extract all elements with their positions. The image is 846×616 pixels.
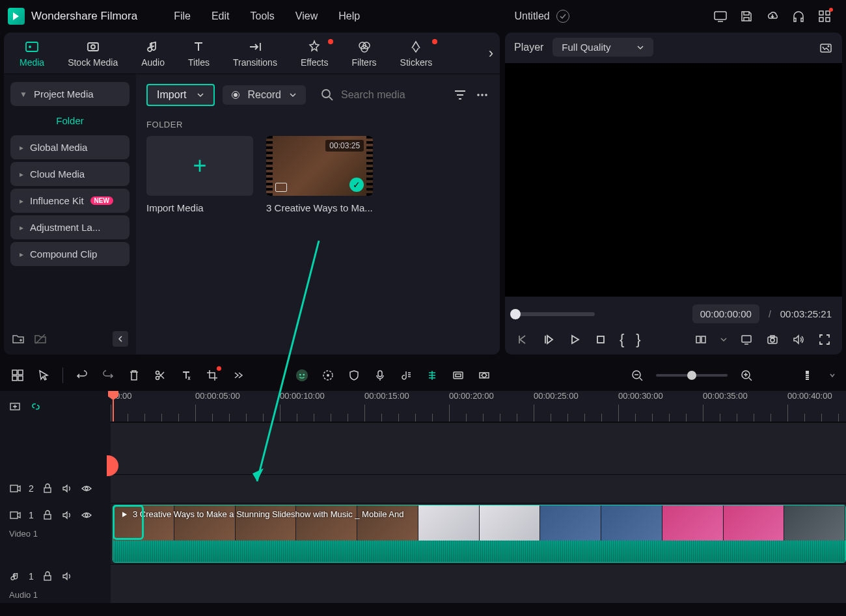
menu-edit[interactable]: Edit bbox=[201, 7, 240, 26]
save-icon[interactable] bbox=[739, 9, 754, 23]
mute-icon[interactable] bbox=[61, 509, 73, 521]
apps-grid-icon[interactable] bbox=[817, 9, 832, 23]
more-icon[interactable] bbox=[475, 88, 489, 102]
headphones-icon[interactable] bbox=[791, 9, 806, 23]
track-video2[interactable] bbox=[111, 474, 846, 503]
timeline-clip[interactable]: 3 Creative Ways to Make a Stunning Slide… bbox=[113, 505, 846, 563]
import-media-card[interactable]: + Import Media bbox=[146, 136, 253, 213]
playhead-handle[interactable] bbox=[107, 455, 118, 476]
shield-icon[interactable] bbox=[347, 368, 361, 382]
record-button[interactable]: Record bbox=[223, 85, 306, 105]
chevron-down-icon[interactable] bbox=[720, 336, 728, 343]
tab-filters[interactable]: Filters bbox=[340, 35, 388, 72]
step-forward-icon[interactable] bbox=[541, 332, 556, 347]
split-icon[interactable] bbox=[153, 368, 167, 382]
sidebar-cloud-media[interactable]: ▸ Cloud Media bbox=[10, 162, 130, 186]
tab-stickers[interactable]: Stickers bbox=[389, 35, 444, 72]
lock-icon[interactable] bbox=[42, 509, 53, 521]
chevron-down-icon[interactable] bbox=[829, 372, 836, 379]
tab-transitions[interactable]: Transitions bbox=[221, 35, 289, 72]
svg-point-7 bbox=[29, 46, 31, 48]
folder-off-icon[interactable] bbox=[34, 332, 47, 345]
compare-icon[interactable] bbox=[694, 332, 708, 347]
play-icon[interactable] bbox=[567, 332, 582, 347]
tabs-scroll-right-icon[interactable]: › bbox=[489, 45, 493, 62]
new-folder-icon[interactable] bbox=[12, 332, 25, 345]
tab-media[interactable]: Media bbox=[8, 35, 56, 72]
add-track-icon[interactable] bbox=[9, 401, 21, 412]
sidebar-global-media[interactable]: ▸ Global Media bbox=[10, 135, 130, 159]
track-audio1[interactable] bbox=[111, 564, 846, 603]
zoom-in-icon[interactable] bbox=[739, 368, 754, 382]
tab-effects[interactable]: Effects bbox=[289, 35, 340, 72]
mark-out-icon[interactable]: } bbox=[636, 331, 640, 348]
tab-audio[interactable]: Audio bbox=[130, 35, 176, 72]
sidebar-compound-clip[interactable]: ▸ Compound Clip bbox=[10, 242, 130, 266]
zoom-thumb[interactable] bbox=[687, 371, 696, 380]
mute-icon[interactable] bbox=[61, 570, 73, 582]
filter-icon[interactable] bbox=[453, 88, 467, 102]
menu-view[interactable]: View bbox=[285, 7, 328, 26]
current-time[interactable]: 00:00:00:00 bbox=[692, 304, 759, 323]
marker-icon[interactable] bbox=[425, 368, 439, 382]
prev-frame-icon[interactable] bbox=[515, 332, 530, 347]
search-icon[interactable] bbox=[320, 88, 334, 102]
playhead[interactable] bbox=[113, 391, 114, 422]
sync-status-icon[interactable] bbox=[556, 10, 569, 23]
fullscreen-icon[interactable] bbox=[817, 332, 832, 347]
delete-icon[interactable] bbox=[127, 368, 141, 382]
preview-viewport[interactable] bbox=[505, 63, 842, 297]
scrubber-thumb[interactable] bbox=[510, 309, 521, 319]
color-icon[interactable] bbox=[321, 368, 335, 382]
sidebar-influence-kit[interactable]: ▸ Influence Kit NEW bbox=[10, 189, 130, 213]
sidebar-project-media[interactable]: ▼ Project Media bbox=[10, 82, 130, 106]
more-tools-icon[interactable] bbox=[231, 368, 245, 382]
audio-mix-icon[interactable] bbox=[399, 368, 413, 382]
volume-icon[interactable] bbox=[791, 332, 806, 347]
app-logo bbox=[8, 8, 25, 25]
import-button[interactable]: Import bbox=[146, 84, 215, 106]
sidebar-adjustment-layer[interactable]: ▸ Adjustment La... bbox=[10, 215, 130, 239]
stop-icon[interactable] bbox=[594, 332, 608, 347]
track-empty[interactable] bbox=[111, 422, 846, 474]
playback-scrubber[interactable] bbox=[515, 312, 595, 316]
lock-icon[interactable] bbox=[42, 570, 53, 582]
menu-help[interactable]: Help bbox=[328, 7, 370, 26]
timeline-ruler[interactable]: 00:00 00:00:05:00 00:00:10:00 00:00:15:0… bbox=[111, 391, 846, 422]
layout-icon[interactable] bbox=[10, 368, 25, 382]
text-icon[interactable] bbox=[179, 368, 193, 382]
zoom-out-icon[interactable] bbox=[630, 368, 644, 382]
mute-icon[interactable] bbox=[61, 483, 73, 494]
mark-in-icon[interactable]: { bbox=[620, 331, 624, 348]
view-mode-icon[interactable] bbox=[803, 368, 817, 382]
menu-tools[interactable]: Tools bbox=[240, 7, 285, 26]
menu-file[interactable]: File bbox=[163, 7, 201, 26]
ai-icon[interactable] bbox=[295, 368, 309, 382]
render-icon[interactable] bbox=[451, 368, 465, 382]
keyframe-icon[interactable] bbox=[477, 368, 491, 382]
desktop-icon[interactable] bbox=[713, 9, 728, 23]
track-video1[interactable]: 3 Creative Ways to Make a Stunning Slide… bbox=[111, 503, 846, 564]
snapshot-icon[interactable] bbox=[819, 40, 833, 55]
tab-stock-media[interactable]: Stock Media bbox=[56, 35, 130, 72]
camera-icon[interactable] bbox=[765, 332, 780, 347]
cloud-icon[interactable] bbox=[765, 9, 780, 23]
search-input[interactable] bbox=[341, 89, 439, 101]
tab-titles[interactable]: Titles bbox=[176, 35, 221, 72]
link-icon[interactable] bbox=[30, 401, 42, 412]
sidebar-collapse-button[interactable] bbox=[113, 331, 128, 347]
crop-icon[interactable] bbox=[205, 368, 219, 382]
lock-icon[interactable] bbox=[42, 483, 53, 494]
quality-dropdown[interactable]: Full Quality bbox=[553, 38, 653, 57]
zoom-slider[interactable] bbox=[656, 374, 728, 377]
sidebar-folder[interactable]: Folder bbox=[10, 109, 130, 133]
redo-icon[interactable] bbox=[101, 368, 115, 382]
visibility-icon[interactable] bbox=[81, 483, 92, 494]
media-item-video[interactable]: 00:03:25 ✓ 3 Creative Ways to Ma... bbox=[266, 136, 373, 213]
mic-icon[interactable] bbox=[373, 368, 387, 382]
undo-icon[interactable] bbox=[75, 368, 89, 382]
clip-selection-outline bbox=[113, 505, 144, 540]
display-icon[interactable] bbox=[739, 332, 754, 347]
visibility-icon[interactable] bbox=[81, 509, 92, 521]
cursor-icon[interactable] bbox=[36, 368, 51, 382]
